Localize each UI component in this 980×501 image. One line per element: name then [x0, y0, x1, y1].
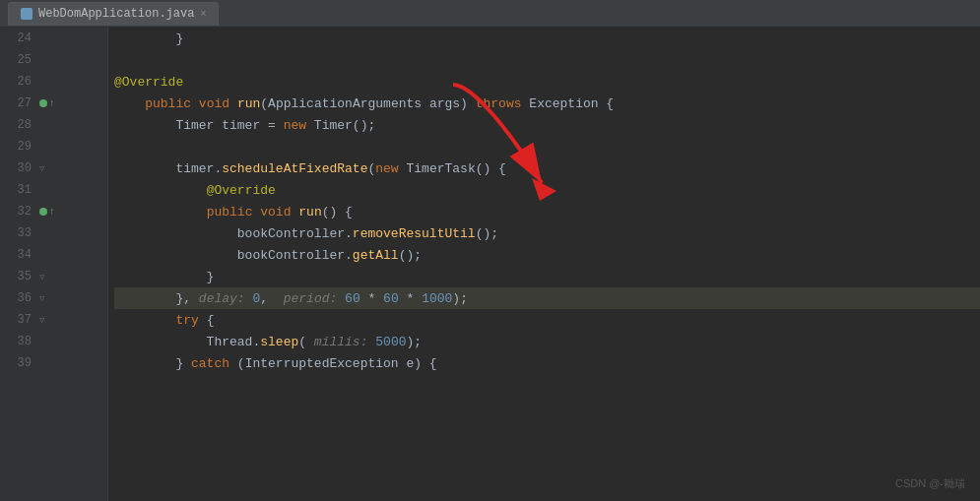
- code-token: new: [375, 161, 398, 176]
- code-token: run: [237, 96, 260, 111]
- code-token: ();: [476, 226, 498, 241]
- gutter-icons: ↑: [39, 98, 69, 109]
- gutter-icons: ↑: [39, 207, 69, 218]
- code-line: } catch (InterruptedException e) {: [114, 352, 980, 374]
- code-token: [337, 291, 345, 306]
- gutter-row: 35▽: [0, 266, 107, 287]
- line-number-gutter: 24252627↑282930▽3132↑333435▽36▽37▽3839: [0, 28, 108, 501]
- line-number: 27: [0, 96, 39, 110]
- code-token: },: [114, 291, 199, 306]
- code-line: }: [114, 266, 980, 287]
- gutter-row: 34: [0, 244, 107, 266]
- line-number: 34: [0, 248, 39, 262]
- fold-arrow-icon[interactable]: ▽: [39, 293, 44, 304]
- code-token: try: [175, 313, 198, 328]
- line-number: 28: [0, 118, 39, 132]
- editor-area: 24252627↑282930▽3132↑333435▽36▽37▽3839 }…: [0, 28, 980, 501]
- code-token: }: [114, 270, 214, 284]
- code-token: bookController.: [114, 248, 353, 263]
- code-line: try {: [114, 309, 980, 331]
- code-token: Thread.: [114, 335, 260, 349]
- run-badge-icon: [39, 208, 47, 216]
- code-token: ,: [260, 291, 283, 306]
- line-number: 33: [0, 226, 39, 240]
- code-token: }: [114, 356, 191, 371]
- code-line: public void run() {: [114, 201, 980, 222]
- close-tab-button[interactable]: ×: [200, 9, 206, 20]
- code-token: public: [207, 205, 253, 219]
- gutter-row: 28: [0, 114, 107, 136]
- gutter-icons: ▽: [39, 293, 69, 304]
- code-token: *: [360, 291, 383, 306]
- line-number: 29: [0, 140, 39, 154]
- code-token: );: [407, 335, 423, 349]
- code-token: {: [199, 313, 215, 328]
- java-file-icon: [21, 8, 33, 20]
- file-tab[interactable]: WebDomApplication.java ×: [8, 2, 219, 26]
- code-token: 60: [345, 291, 360, 306]
- code-token: getAll: [353, 248, 399, 263]
- gutter-row: 37▽: [0, 309, 107, 331]
- code-token: scheduleAtFixedRate: [222, 161, 367, 176]
- code-token: millis:: [314, 335, 368, 349]
- line-number: 26: [0, 75, 39, 89]
- gutter-row: 29: [0, 136, 107, 157]
- code-token: run: [298, 205, 321, 219]
- code-token: public: [145, 96, 191, 111]
- code-token: ();: [399, 248, 422, 263]
- code-token: 5000: [375, 335, 406, 349]
- code-token: [191, 96, 199, 111]
- up-arrow-icon: ↑: [49, 207, 55, 218]
- line-number: 39: [0, 356, 39, 370]
- gutter-row: 31: [0, 179, 107, 201]
- code-token: new: [284, 118, 306, 133]
- code-token: (ApplicationArguments args): [260, 96, 475, 111]
- gutter-row: 33: [0, 222, 107, 244]
- code-token: catch: [191, 356, 229, 371]
- gutter-row: 38: [0, 331, 107, 352]
- code-token: (: [298, 335, 314, 349]
- gutter-row: 32↑: [0, 201, 107, 222]
- code-line: timer.scheduleAtFixedRate(new TimerTask(…: [114, 157, 980, 179]
- code-line: [114, 136, 980, 157]
- line-number: 25: [0, 53, 39, 67]
- code-line: }: [114, 28, 980, 49]
- gutter-row: 36▽: [0, 287, 107, 309]
- line-number: 36: [0, 291, 39, 305]
- code-token: void: [199, 96, 229, 111]
- code-token: [229, 96, 237, 111]
- code-line: bookController.removeResultUtil();: [114, 222, 980, 244]
- fold-arrow-icon[interactable]: ▽: [39, 272, 44, 282]
- code-token: [114, 313, 175, 328]
- code-token: TimerTask() {: [399, 161, 506, 176]
- code-token: void: [260, 205, 291, 219]
- fold-arrow-icon[interactable]: ▽: [39, 315, 44, 326]
- code-token: }: [114, 31, 183, 46]
- gutter-row: 27↑: [0, 93, 107, 114]
- code-line: @Override: [114, 71, 980, 93]
- code-token: [291, 205, 298, 219]
- code-token: Timer();: [306, 118, 375, 133]
- code-token: *: [399, 291, 422, 306]
- code-token: delay:: [199, 291, 245, 306]
- code-token: timer.: [114, 161, 222, 176]
- code-token: () {: [322, 205, 353, 219]
- line-number: 35: [0, 270, 39, 283]
- code-token: period:: [284, 291, 338, 306]
- fold-arrow-icon[interactable]: ▽: [39, 163, 44, 174]
- gutter-icons: ▽: [39, 163, 69, 174]
- line-number: 32: [0, 205, 39, 219]
- code-line: Timer timer = new Timer();: [114, 114, 980, 136]
- gutter-row: 24: [0, 28, 107, 49]
- gutter-row: 25: [0, 49, 107, 71]
- code-line: bookController.getAll();: [114, 244, 980, 266]
- run-badge-icon: [39, 99, 47, 107]
- code-token: (InterruptedException e) {: [229, 356, 437, 371]
- code-token: [252, 205, 260, 219]
- code-area[interactable]: } @Override public void run(ApplicationA…: [108, 28, 980, 501]
- tab-bar: WebDomApplication.java ×: [0, 0, 980, 28]
- code-token: bookController.: [114, 226, 353, 241]
- code-line: }, delay: 0, period: 60 * 60 * 1000);: [114, 287, 980, 309]
- code-token: @Override: [207, 183, 276, 198]
- tab-label: WebDomApplication.java: [38, 7, 194, 21]
